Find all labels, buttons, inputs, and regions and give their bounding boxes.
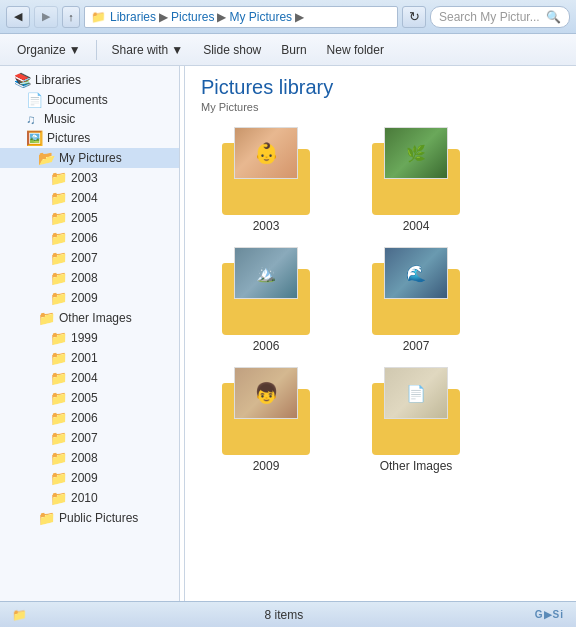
sidebar-item-oi-2007[interactable]: 📁 2007 — [0, 428, 179, 448]
folder-label-other-images: Other Images — [380, 459, 453, 473]
folder-2007-icon: 📁 — [50, 250, 67, 266]
sidebar-item-music[interactable]: ♫ Music — [0, 110, 179, 128]
grid-folder-2003[interactable]: 2003 — [201, 129, 331, 239]
item-count: 8 items — [265, 608, 304, 622]
folder-label-2009: 2009 — [253, 459, 280, 473]
share-arrow: ▼ — [171, 43, 183, 57]
folder-2005-icon: 📁 — [50, 210, 67, 226]
folder-photo-2004 — [384, 127, 448, 179]
large-folder-other-images — [366, 375, 466, 455]
folder-2009-icon: 📁 — [50, 290, 67, 306]
public-pictures-icon: 📁 — [38, 510, 55, 526]
sidebar-item-pictures[interactable]: 🖼️ Pictures — [0, 128, 179, 148]
music-icon: ♫ — [26, 112, 40, 126]
folder-oi-2008-icon: 📁 — [50, 450, 67, 466]
crumb-libraries[interactable]: Libraries — [110, 10, 156, 24]
grid-folder-2006[interactable]: 2006 — [201, 249, 331, 359]
other-images-icon: 📁 — [38, 310, 55, 326]
panel-subtitle: My Pictures — [201, 101, 560, 113]
organize-label: Organize — [17, 43, 66, 57]
crumb-pictures[interactable]: Pictures — [171, 10, 214, 24]
my-pictures-icon: 📂 — [38, 150, 55, 166]
large-folder-2007 — [366, 255, 466, 335]
slideshow-label: Slide show — [203, 43, 261, 57]
grid-folder-other-images[interactable]: Other Images — [351, 369, 481, 479]
pictures-label: Pictures — [47, 131, 90, 145]
grid-folder-2009[interactable]: 2009 — [201, 369, 331, 479]
sidebar-item-2008[interactable]: 📁 2008 — [0, 268, 179, 288]
burn-button[interactable]: Burn — [272, 38, 315, 62]
folder-photo-2007 — [384, 247, 448, 299]
share-with-button[interactable]: Share with ▼ — [103, 38, 193, 62]
sidebar-item-2006[interactable]: 📁 2006 — [0, 228, 179, 248]
sidebar-item-2005[interactable]: 📁 2005 — [0, 208, 179, 228]
address-path[interactable]: 📁 Libraries ▶ Pictures ▶ My Pictures ▶ — [84, 6, 398, 28]
crumb-my-pictures[interactable]: My Pictures — [229, 10, 292, 24]
folder-photo-other-images — [384, 367, 448, 419]
status-bar: 📁 8 items G▶Si — [0, 601, 576, 627]
sidebar: 📚 Libraries 📄 Documents ♫ Music 🖼️ Pictu… — [0, 66, 180, 601]
folder-photo-2009 — [234, 367, 298, 419]
new-folder-button[interactable]: New folder — [318, 38, 393, 62]
sidebar-item-2004[interactable]: 📁 2004 — [0, 188, 179, 208]
new-folder-label: New folder — [327, 43, 384, 57]
sidebar-item-oi-2009[interactable]: 📁 2009 — [0, 468, 179, 488]
sidebar-item-oi-2005[interactable]: 📁 2005 — [0, 388, 179, 408]
organize-arrow: ▼ — [69, 43, 81, 57]
folder-1999-icon: 📁 — [50, 330, 67, 346]
folder-label-2003: 2003 — [253, 219, 280, 233]
folder-2003-icon: 📁 — [50, 170, 67, 186]
large-folder-2004 — [366, 135, 466, 215]
sidebar-item-1999[interactable]: 📁 1999 — [0, 328, 179, 348]
music-label: Music — [44, 112, 75, 126]
folder-photo-2006 — [234, 247, 298, 299]
sidebar-item-libraries[interactable]: 📚 Libraries — [0, 70, 179, 90]
libraries-label: Libraries — [35, 73, 81, 87]
status-logo: G▶Si — [535, 609, 564, 620]
search-box[interactable]: Search My Pictur... 🔍 — [430, 6, 570, 28]
folder-label-2004: 2004 — [403, 219, 430, 233]
back-button[interactable]: ◀ — [6, 6, 30, 28]
sidebar-item-oi-2010[interactable]: 📁 2010 — [0, 488, 179, 508]
pictures-icon: 🖼️ — [26, 130, 43, 146]
folder-label-2007: 2007 — [403, 339, 430, 353]
organize-button[interactable]: Organize ▼ — [8, 38, 90, 62]
main-area: 📚 Libraries 📄 Documents ♫ Music 🖼️ Pictu… — [0, 66, 576, 601]
sidebar-item-documents[interactable]: 📄 Documents — [0, 90, 179, 110]
grid-folder-2004[interactable]: 2004 — [351, 129, 481, 239]
sidebar-item-other-images[interactable]: 📁 Other Images — [0, 308, 179, 328]
slideshow-button[interactable]: Slide show — [194, 38, 270, 62]
sidebar-item-2007[interactable]: 📁 2007 — [0, 248, 179, 268]
search-placeholder: Search My Pictur... — [439, 10, 540, 24]
sidebar-item-2001[interactable]: 📁 2001 — [0, 348, 179, 368]
sidebar-item-oi-2008[interactable]: 📁 2008 — [0, 448, 179, 468]
folder-oi-2006-icon: 📁 — [50, 410, 67, 426]
up-button[interactable]: ↑ — [62, 6, 80, 28]
folder-oi-2005-icon: 📁 — [50, 390, 67, 406]
refresh-button[interactable]: ↻ — [402, 6, 426, 28]
grid-folder-2007[interactable]: 2007 — [351, 249, 481, 359]
large-folder-2009 — [216, 375, 316, 455]
forward-button[interactable]: ▶ — [34, 6, 58, 28]
folder-oi-2004-icon: 📁 — [50, 370, 67, 386]
documents-icon: 📄 — [26, 92, 43, 108]
large-folder-2003 — [216, 135, 316, 215]
sidebar-item-public-pictures[interactable]: 📁 Public Pictures — [0, 508, 179, 528]
public-pictures-label: Public Pictures — [59, 511, 138, 525]
folder-2004-icon: 📁 — [50, 190, 67, 206]
libraries-icon: 📚 — [14, 72, 31, 88]
folder-grid: 2003 2004 2006 — [201, 129, 560, 479]
folder-2001-icon: 📁 — [50, 350, 67, 366]
search-icon: 🔍 — [546, 10, 561, 24]
sidebar-item-my-pictures[interactable]: 📂 My Pictures — [0, 148, 179, 168]
burn-label: Burn — [281, 43, 306, 57]
folder-2006-icon: 📁 — [50, 230, 67, 246]
address-bar: ◀ ▶ ↑ 📁 Libraries ▶ Pictures ▶ My Pictur… — [0, 0, 576, 34]
sidebar-item-2009[interactable]: 📁 2009 — [0, 288, 179, 308]
panel-title: Pictures library — [201, 76, 560, 99]
documents-label: Documents — [47, 93, 108, 107]
sidebar-item-oi-2006[interactable]: 📁 2006 — [0, 408, 179, 428]
sidebar-item-oi-2004[interactable]: 📁 2004 — [0, 368, 179, 388]
large-folder-2006 — [216, 255, 316, 335]
sidebar-item-2003[interactable]: 📁 2003 — [0, 168, 179, 188]
